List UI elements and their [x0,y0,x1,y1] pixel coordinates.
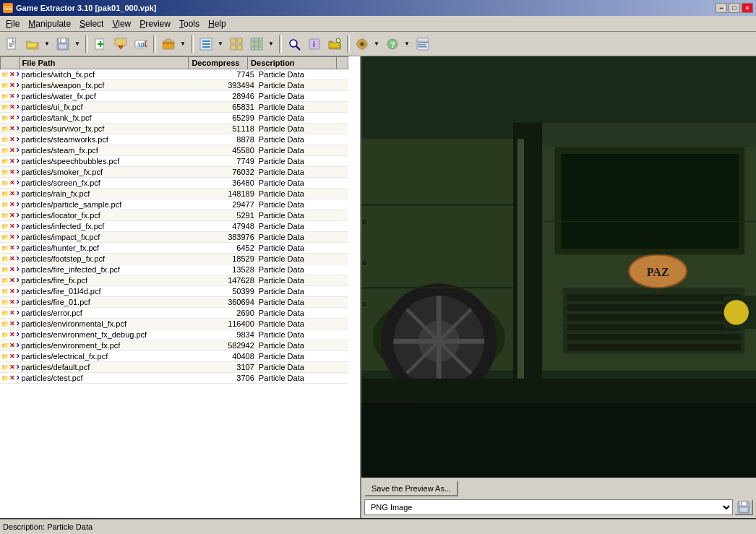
pack-button[interactable] [159,35,178,53]
menu-help[interactable]: Help [204,17,231,30]
table-row[interactable]: 📁 ✕ ✕ particles/electrical_fx.pcf 40408 … [0,351,348,362]
svg-rect-5 [59,38,66,43]
save-dropdown[interactable]: ▼ [72,35,82,53]
add-files-button[interactable] [91,35,110,53]
pack-dropdown[interactable]: ▼ [178,35,188,53]
menu-select[interactable]: Select [75,17,108,30]
view-grid-button[interactable] [227,35,246,53]
sep-3 [191,35,194,53]
cell-filepath: particles/fire_fx.pcf [19,275,195,286]
open-dropdown[interactable]: ▼ [42,35,52,53]
table-row[interactable]: 📁 ✕ ✕ particles/rain_fx.pcf 148189 Parti… [0,189,348,199]
table-row[interactable]: 📁 ✕ ✕ particles/infected_fx.pcf 47948 Pa… [0,221,348,232]
help-button[interactable]: ? [383,35,402,53]
open-group: ▼ [23,35,52,53]
about-button[interactable] [413,35,432,53]
table-row[interactable]: 📁 ✕ ✕ particles/fire_01l4d.pcf 50399 Par… [0,286,348,297]
options-dropdown[interactable]: ▼ [371,35,382,53]
menu-view[interactable]: View [108,17,135,30]
x-red-icon: ✕ [9,352,15,361]
cell-decompress: 51118 [195,124,257,134]
table-row[interactable]: 📁 ✕ ✕ particles/locator_fx.pcf 5291 Part… [0,210,348,221]
open-button[interactable] [23,35,42,53]
col-decompress[interactable]: Decompress [189,57,248,69]
table-row[interactable]: 📁 ✕ ✕ particles/tank_fx.pcf 65299 Partic… [0,113,348,124]
menu-preview[interactable]: Preview [135,17,175,30]
folder-icon: 📁 [1,374,9,382]
options-button[interactable] [353,35,371,53]
menu-bar: File Manipulate Select View Preview Tool… [0,16,756,32]
preview-car-image: PAZ [361,56,756,478]
table-row[interactable]: 📁 ✕ ✕ particles/weapon_fx.pcf 393494 Par… [0,80,348,91]
svg-rect-17 [163,41,174,49]
table-row[interactable]: 📁 ✕ ✕ particles/impact_fx.pcf 383976 Par… [0,232,348,243]
table-row[interactable]: 📁 ✕ ✕ particles/environmental_fx.pcf 116… [0,319,348,330]
folder-icon: 📁 [1,211,9,220]
format-select-row: PNG ImageJPEG ImageBMP ImageTGA Image [364,499,753,515]
table-row[interactable]: 📁 ✕ ✕ particles/fire_infected_fx.pcf 135… [0,264,348,275]
table-row[interactable]: 📁 ✕ ✕ particles/fire_01.pcf 360694 Parti… [0,297,348,308]
table-row[interactable]: 📁 ✕ ✕ particles/particle_sample.pcf 2947… [0,199,348,210]
help-dropdown[interactable]: ▼ [402,35,412,53]
save-button[interactable] [53,35,72,53]
x-red-icon: ✕ [9,189,15,198]
new-button[interactable] [3,35,22,53]
cell-description: Particle Data [257,113,348,124]
folder-icon: 📁 [1,168,9,176]
minimize-button[interactable]: − [716,3,727,13]
table-row[interactable]: 📁 ✕ ✕ particles/fire_fx.pcf 147628 Parti… [0,275,348,286]
cell-decompress: 50399 [195,286,257,297]
table-row[interactable]: 📁 ✕ ✕ particles/smoker_fx.pcf 76032 Part… [0,167,348,178]
open-folder-button[interactable] [325,35,344,53]
table-row[interactable]: 📁 ✕ ✕ particles/default.pcf 3107 Particl… [0,362,348,373]
close-button[interactable]: × [742,3,753,13]
table-row[interactable]: 📁 ✕ ✕ particles/steamworks.pcf 8878 Part… [0,134,348,145]
x-red-icon: ✕ [9,298,15,306]
table-row[interactable]: 📁 ✕ ✕ particles/water_fx.pcf 28946 Parti… [0,91,348,102]
svg-rect-67 [567,294,740,301]
col-filepath[interactable]: File Path [19,57,189,69]
title-bar-controls[interactable]: − □ × [716,3,753,13]
table-row[interactable]: 📁 ✕ ✕ particles/environment_fx_debug.pcf… [0,330,348,340]
format-select[interactable]: PNG ImageJPEG ImageBMP ImageTGA Image [364,499,733,515]
menu-file[interactable]: File [1,17,24,30]
format-save-button[interactable] [734,499,753,515]
x-blue-icon: ✕ [16,211,19,220]
x-red-icon: ✕ [9,178,15,187]
table-row[interactable]: 📁 ✕ ✕ particles/footstep_fx.pcf 18529 Pa… [0,254,348,264]
x-blue-icon: ✕ [16,341,19,350]
table-row[interactable]: 📁 ✕ ✕ particles/steam_fx.pcf 45580 Parti… [0,145,348,156]
svg-text:i: i [313,40,315,48]
help-group: ? ▼ [383,35,412,53]
view-list-dropdown[interactable]: ▼ [215,35,225,53]
rename-button[interactable]: ABC [132,35,150,53]
extract-button[interactable] [111,35,130,53]
view-list-button[interactable] [197,35,215,53]
menu-manipulate[interactable]: Manipulate [24,17,75,30]
cell-filepath: particles/hunter_fx.pcf [19,243,195,254]
cell-decompress: 36480 [195,178,257,189]
view-details-button[interactable] [247,35,266,53]
save-preview-button[interactable]: Save the Preview As... [364,481,458,496]
folder-icon: 📁 [1,189,9,198]
x-blue-icon: ✕ [16,330,19,339]
col-description[interactable]: Description [248,57,337,69]
menu-tools[interactable]: Tools [175,17,204,30]
table-row[interactable]: 📁 ✕ ✕ particles/witch_fx.pcf 7745 Partic… [0,69,348,80]
cell-filepath: particles/steam_fx.pcf [19,145,195,156]
cell-filepath: particles/screen_fx.pcf [19,178,195,189]
plugin-info-button[interactable]: i [305,35,324,53]
table-row[interactable]: 📁 ✕ ✕ particles/ctest.pcf 3706 Particle … [0,373,348,384]
table-row[interactable]: 📁 ✕ ✕ particles/ui_fx.pcf 65831 Particle… [0,102,348,113]
table-row[interactable]: 📁 ✕ ✕ particles/survivor_fx.pcf 51118 Pa… [0,124,348,134]
cell-filepath: particles/smoker_fx.pcf [19,167,195,178]
table-row[interactable]: 📁 ✕ ✕ particles/hunter_fx.pcf 6452 Parti… [0,243,348,254]
maximize-button[interactable]: □ [729,3,740,13]
x-blue-icon: ✕ [16,103,19,111]
view-details-dropdown[interactable]: ▼ [266,35,276,53]
table-row[interactable]: 📁 ✕ ✕ particles/speechbubbles.pcf 7749 P… [0,156,348,167]
table-row[interactable]: 📁 ✕ ✕ particles/environment_fx.pcf 58294… [0,340,348,351]
search-button[interactable] [285,35,304,53]
table-row[interactable]: 📁 ✕ ✕ particles/screen_fx.pcf 36480 Part… [0,178,348,189]
table-row[interactable]: 📁 ✕ ✕ particles/error.pcf 2690 Particle … [0,308,348,319]
